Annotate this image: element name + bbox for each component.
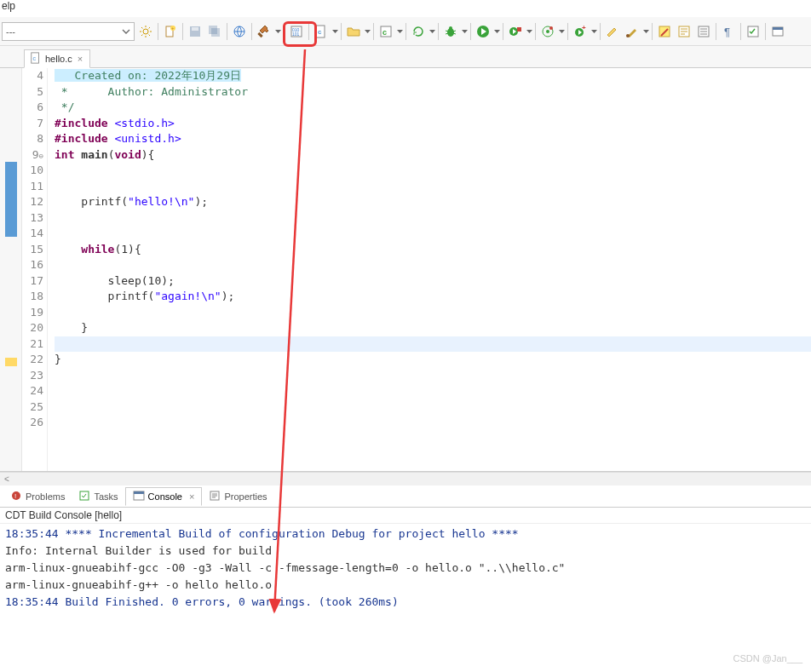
console-line: Info: Internal Builder is used for build (5, 543, 806, 560)
svg-rect-21 (517, 27, 521, 32)
picker-icon[interactable] (768, 22, 787, 41)
target-combo[interactable]: --- (2, 22, 135, 41)
code-line (55, 257, 811, 273)
dropdown-arrow-icon[interactable] (429, 30, 435, 33)
svg-rect-41 (134, 491, 144, 494)
overview-ruler (0, 68, 22, 471)
code-line: * Author: Administrator (55, 84, 811, 101)
watermark: CSDN @Jan___ (733, 653, 802, 663)
tab-properties[interactable]: Properties (202, 487, 273, 506)
tasks-icon (78, 490, 90, 503)
save-all-icon[interactable] (205, 22, 224, 41)
console-line: arm-linux-gnueabihf-g++ -o hello hello.o (5, 577, 806, 594)
refresh-icon[interactable] (409, 22, 428, 41)
line-number: 4 (22, 68, 43, 84)
dropdown-arrow-icon[interactable] (558, 30, 565, 33)
properties-icon (209, 490, 221, 503)
run-ext-icon[interactable] (506, 22, 525, 41)
code-line (55, 163, 811, 179)
dropdown-arrow-icon[interactable] (642, 30, 649, 33)
add-run-icon[interactable]: + (571, 22, 590, 41)
scroll-left-icon[interactable]: < (0, 474, 14, 484)
paint-icon[interactable] (603, 22, 622, 41)
tab-label: Problems (26, 491, 65, 502)
code-editor[interactable]: Created on: 2022年10月29日 * Author: Admini… (48, 68, 811, 471)
close-icon[interactable]: × (189, 491, 194, 502)
dropdown-arrow-icon[interactable] (493, 30, 500, 33)
code-line (55, 399, 811, 416)
dropdown-arrow-icon[interactable] (331, 30, 338, 33)
toolbar-separator (158, 23, 158, 40)
ruler-mark (5, 358, 17, 366)
close-tab-button[interactable]: × (76, 54, 84, 64)
editor-area: 456789⊖101112131415161718192021222324252… (0, 68, 811, 472)
c-launch-icon[interactable]: c (377, 22, 395, 41)
console-line: arm-linux-gnueabihf-gcc -O0 -g3 -Wall -c… (5, 560, 806, 577)
highlight-icon[interactable] (655, 22, 674, 41)
horizontal-scrollbar[interactable]: < (0, 472, 811, 485)
menu-fragment: elp (0, 0, 811, 17)
dropdown-arrow-icon[interactable] (461, 30, 468, 33)
task-icon[interactable] (744, 22, 762, 41)
gear-icon[interactable] (136, 22, 155, 41)
globe-icon[interactable] (230, 22, 249, 41)
line-number: 6 (22, 100, 43, 116)
form-icon[interactable] (675, 22, 693, 41)
toolbar-separator (740, 23, 741, 40)
line-number: 18 (22, 289, 43, 305)
line-number: 19 (22, 305, 43, 321)
editor-tab-hello[interactable]: c hello.c × (24, 49, 90, 68)
toolbar-separator (308, 23, 309, 40)
toolbar-separator (251, 23, 252, 40)
bug1-icon[interactable] (441, 22, 460, 41)
code-line (55, 368, 811, 384)
tab-problems[interactable]: !Problems (3, 487, 72, 506)
target-icon[interactable] (538, 22, 557, 41)
code-line: #include <unistd.h> (55, 131, 811, 147)
pilcrow-icon[interactable]: ¶ (719, 22, 738, 41)
svg-point-0 (143, 29, 148, 34)
tab-console[interactable]: Console× (125, 487, 203, 506)
line-number: 26 (22, 415, 43, 431)
dropdown-arrow-icon[interactable] (590, 30, 597, 33)
chevron-down-icon (122, 29, 130, 34)
save-icon[interactable] (186, 22, 204, 41)
svg-point-23 (546, 30, 549, 33)
code-line: } (55, 320, 811, 336)
c-file-icon: c (30, 52, 42, 66)
hammer-icon[interactable] (255, 22, 273, 41)
line-number: 12 (22, 194, 43, 210)
problems-icon: ! (10, 490, 22, 503)
code-line (55, 179, 811, 195)
code-line: int main(void){ (55, 147, 811, 164)
toolbar-separator (765, 23, 766, 40)
ruler-mark (5, 162, 17, 237)
code-line: printf("hello!\n"); (55, 194, 811, 210)
svg-text:c: c (382, 28, 387, 37)
dropdown-arrow-icon[interactable] (396, 30, 403, 33)
svg-text:+: + (171, 26, 175, 31)
toolbar-separator (503, 23, 503, 40)
run-icon[interactable] (474, 22, 492, 41)
c-file-icon[interactable]: c (312, 22, 331, 41)
line-number: 21 (22, 336, 43, 353)
new-file-icon[interactable]: + (161, 22, 180, 41)
brush-icon[interactable] (623, 22, 641, 41)
console-header: CDT Build Console [hello] (0, 508, 811, 524)
tab-tasks[interactable]: Tasks (72, 487, 124, 506)
svg-text:c: c (33, 55, 37, 61)
dropdown-arrow-icon[interactable] (364, 30, 371, 33)
line-number: 5 (22, 84, 43, 101)
folder-icon[interactable] (344, 22, 363, 41)
toolbar-separator (535, 23, 536, 40)
line-number: 10 (22, 163, 43, 179)
code-line: Created on: 2022年10月29日 (55, 68, 811, 84)
binary-icon[interactable]: 010101 (287, 22, 306, 41)
code-line (55, 415, 811, 431)
dropdown-arrow-icon[interactable] (274, 30, 281, 33)
list-icon[interactable] (694, 22, 713, 41)
dropdown-arrow-icon[interactable] (526, 30, 532, 33)
line-number: 7 (22, 116, 43, 132)
line-number: 13 (22, 210, 43, 227)
svg-text:!: ! (14, 492, 16, 500)
